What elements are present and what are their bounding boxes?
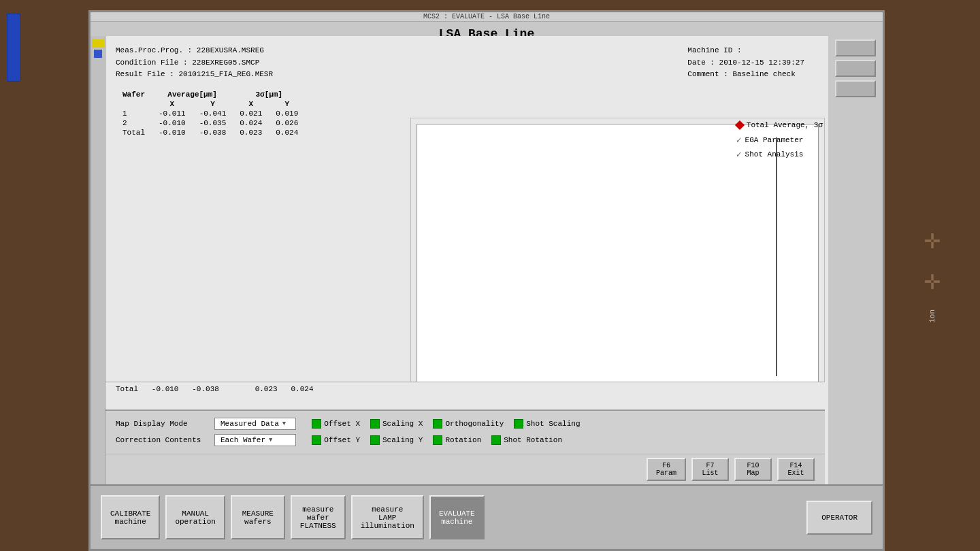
legend-total-label: Total Average, 3σ <box>747 121 823 129</box>
total-sig-y: 0.024 <box>269 128 305 137</box>
col-y1: Y <box>193 99 233 109</box>
right-decoration: ✛ ✛ ion <box>885 0 980 551</box>
row-avg-y-0: -0.041 <box>193 109 233 118</box>
scaling-x-checkbox[interactable] <box>370 419 380 429</box>
cross-top: ✛ <box>924 228 941 255</box>
total-display-avg-y: -0.038 <box>192 385 219 393</box>
offset-x-group: Offset X <box>312 419 360 429</box>
measure-wafer-flatness-button[interactable]: measure wafer FLATNESS <box>291 495 346 539</box>
nav-bar: CALIBRATE machine MANUAL operation MEASU… <box>91 484 883 549</box>
table-row: 1 -0.011 -0.041 0.021 0.019 <box>116 109 305 118</box>
correction-contents-label: Correction Contents <box>116 436 214 444</box>
legend-ega-label: EGA Parameter <box>745 136 804 144</box>
result-file-label: Result File : <box>116 70 174 78</box>
shot-rotation-group: Shot Rotation <box>491 435 562 445</box>
measure-wafers-button[interactable]: MEASURE wafers <box>231 495 285 539</box>
meas-proc-label: Meas.Proc.Prog. : <box>116 46 192 54</box>
measure-lamp-button[interactable]: measure LAMP illumination <box>351 495 424 539</box>
machine-id-label: Machine ID : <box>687 46 741 54</box>
flatness-line2: wafer <box>307 514 329 522</box>
scroll-mid-button[interactable] <box>835 60 876 77</box>
map-display-value: Measured Data <box>220 420 279 428</box>
total-avg-x: -0.010 <box>152 128 193 137</box>
col-y2: Y <box>269 99 305 109</box>
correction-contents-dropdown[interactable]: Each Wafer ▼ <box>214 434 296 446</box>
controls-section: Map Display Mode Measured Data ▼ Offset … <box>105 410 825 484</box>
manual-line1: MANUAL <box>182 510 209 518</box>
row-avg-x-0: -0.011 <box>152 109 193 118</box>
scaling-x-label: Scaling X <box>382 420 423 428</box>
rotation-label: Rotation <box>445 436 481 444</box>
f10-map-button[interactable]: F10Map <box>734 458 772 481</box>
total-label: Total <box>116 128 152 137</box>
flatness-line1: measure <box>302 505 333 514</box>
row-wafer-1: 2 <box>116 118 152 128</box>
meas-proc-value: 228EXUSRA.MSREG <box>197 46 264 54</box>
controls-inner: Map Display Mode Measured Data ▼ Offset … <box>105 411 825 454</box>
lamp-line3: illumination <box>361 522 414 530</box>
dropdown-arrow-map: ▼ <box>282 420 286 427</box>
map-display-dropdown[interactable]: Measured Data ▼ <box>214 418 296 430</box>
header-left: Meas.Proc.Prog. : 228EXUSRA.MSREG Condit… <box>116 45 273 81</box>
measure-line2: wafers <box>244 518 272 526</box>
operator-button[interactable]: OPERATOR <box>806 501 872 535</box>
total-sig-x: 0.023 <box>233 128 269 137</box>
legend-area: Total Average, 3σ ✓ EGA Parameter ✓ Shot… <box>736 121 823 163</box>
total-display-sig-y: 0.024 <box>291 385 314 393</box>
condition-file-value: 228EXREG05.SMCP <box>192 59 259 67</box>
row-sig-x-0: 0.021 <box>233 109 269 118</box>
col-x2: X <box>233 99 269 109</box>
f14-exit-button[interactable]: F14Exit <box>777 458 815 481</box>
scroll-up-button[interactable] <box>835 39 876 56</box>
calibrate-line2: machine <box>115 518 146 526</box>
total-display-avg-x: -0.010 <box>152 385 179 393</box>
manual-operation-button[interactable]: MANUAL operation <box>165 495 225 539</box>
scroll-down-button[interactable] <box>835 80 876 97</box>
row-sig-y-0: 0.019 <box>269 109 305 118</box>
scaling-y-label: Scaling Y <box>382 436 423 444</box>
result-file-value: 20101215_FIA_REG.MESR <box>178 70 273 78</box>
table-row: 2 -0.010 -0.035 0.024 0.026 <box>116 118 305 128</box>
calibrate-machine-button[interactable]: CALIBRATE machine <box>101 495 160 539</box>
data-table: Wafer Average[μm] 3σ[μm] X Y X Y 1 -0.0 <box>116 90 305 137</box>
total-display-label: Total <box>116 385 138 393</box>
scaling-y-checkbox[interactable] <box>370 435 380 445</box>
orthogonality-group: Orthogonality <box>433 419 504 429</box>
checkbox-row1: Offset X Scaling X Orthogonality Shot Sc… <box>312 419 580 429</box>
diamond-icon <box>735 120 745 130</box>
correction-contents-row: Correction Contents Each Wafer ▼ Offset … <box>116 434 815 446</box>
f6-param-button[interactable]: F6Param <box>647 458 686 481</box>
rotation-group: Rotation <box>433 435 481 445</box>
col-x1: X <box>152 99 193 109</box>
date-value: 2010-12-15 12:39:27 <box>719 59 804 67</box>
scaling-y-group: Scaling Y <box>370 435 423 445</box>
checkmark-ega-icon: ✓ <box>736 135 742 146</box>
col-wafer: Wafer <box>116 90 152 99</box>
checkbox-row2: Offset Y Scaling Y Rotation Shot Rotatio… <box>312 435 562 445</box>
row-sig-x-1: 0.024 <box>233 118 269 128</box>
shot-scaling-checkbox[interactable] <box>514 419 523 429</box>
checkmark-shot-icon: ✓ <box>736 149 742 160</box>
lamp-line1: measure <box>372 505 403 514</box>
evaluate-line2: machine <box>441 518 472 526</box>
window-title: MCS2 : EVALUATE - LSA Base Line <box>423 13 550 20</box>
offset-x-checkbox[interactable] <box>312 419 321 429</box>
offset-y-checkbox[interactable] <box>312 435 321 445</box>
date-label: Date : <box>687 59 715 67</box>
right-scroll-area <box>828 36 883 484</box>
orthogonality-label: Orthogonality <box>445 420 504 428</box>
evaluate-machine-button[interactable]: EVALUATE machine <box>429 495 485 539</box>
shot-scaling-group: Shot Scaling <box>514 419 580 429</box>
rotation-checkbox[interactable] <box>433 435 442 445</box>
row-sig-y-1: 0.026 <box>269 118 305 128</box>
map-display-row: Map Display Mode Measured Data ▼ Offset … <box>116 418 815 430</box>
total-display-sig-x: 0.023 <box>255 385 278 393</box>
scaling-x-group: Scaling X <box>370 419 423 429</box>
chart-inner <box>416 124 819 390</box>
side-text: ion <box>928 310 936 323</box>
f7-list-button[interactable]: F7List <box>691 458 729 481</box>
shot-rotation-checkbox[interactable] <box>491 435 501 445</box>
total-avg-y: -0.038 <box>193 128 233 137</box>
correction-contents-value: Each Wafer <box>220 436 265 444</box>
orthogonality-checkbox[interactable] <box>433 419 442 429</box>
